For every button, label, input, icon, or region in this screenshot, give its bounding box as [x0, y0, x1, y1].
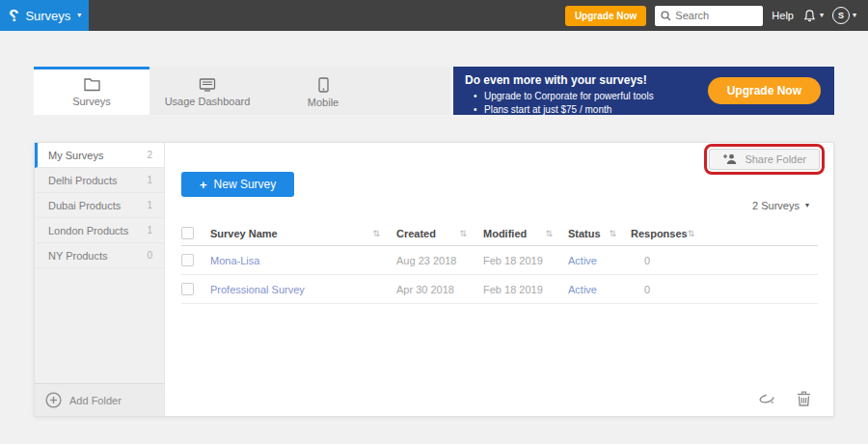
sidebar-item-my-surveys[interactable]: My Surveys 2 [35, 143, 164, 168]
mobile-icon [318, 77, 329, 93]
plus-circle-icon [45, 392, 62, 408]
responses-count: 0 [631, 255, 650, 266]
avatar: S [832, 7, 850, 24]
sidebar-item-delhi-products[interactable]: Delhi Products 1 [35, 168, 164, 193]
table-header-row: Survey Name ⇅ Created ⇅ Modified ⇅ Statu… [181, 221, 818, 246]
status-badge[interactable]: Active [568, 284, 597, 295]
sidebar-item-ny-products[interactable]: NY Products 0 [35, 243, 164, 268]
share-folder-button[interactable]: Share Folder [709, 149, 820, 170]
sort-icon[interactable]: ⇅ [609, 229, 623, 238]
tab-surveys[interactable]: Surveys [34, 67, 149, 115]
share-person-icon [722, 153, 738, 165]
new-survey-button[interactable]: + New Survey [181, 172, 294, 197]
chevron-down-icon: ▾ [820, 12, 824, 19]
folder-name: London Products [48, 225, 128, 236]
survey-name-link[interactable]: Professional Survey [210, 284, 305, 295]
product-menu-label: Surveys [25, 9, 70, 23]
banner-bullet: Plans start at just $75 / month [465, 103, 823, 117]
sidebar-item-dubai-products[interactable]: Dubai Products 1 [35, 193, 164, 218]
surveys-table: Survey Name ⇅ Created ⇅ Modified ⇅ Statu… [181, 221, 818, 304]
status-badge[interactable]: Active [568, 255, 597, 266]
chevron-down-icon: ▾ [77, 12, 81, 19]
top-bar-right: Upgrade Now Help ▾ S ▾ [565, 6, 868, 26]
header-survey-name: Survey Name [210, 228, 278, 239]
select-all-checkbox[interactable] [181, 227, 194, 239]
sidebar-item-london-products[interactable]: London Products 1 [35, 218, 164, 243]
account-menu[interactable]: S ▾ [832, 7, 856, 24]
promo-banner: Do even more with your surveys! Upgrade … [453, 67, 834, 115]
help-link[interactable]: Help [772, 10, 794, 21]
folder-name: NY Products [48, 250, 108, 262]
survey-count-label: 2 Surveys [752, 200, 800, 211]
table-row: Mona-Lisa Aug 23 2018 Feb 18 2019 Active… [181, 246, 818, 275]
add-folder-button[interactable]: Add Folder [35, 383, 164, 416]
new-survey-label: New Survey [214, 178, 277, 191]
sort-icon[interactable]: ⇅ [545, 229, 559, 238]
restore-icon[interactable] [758, 393, 775, 404]
tab-mobile[interactable]: Mobile [265, 67, 381, 115]
row-checkbox[interactable] [181, 254, 194, 266]
survey-count-dropdown[interactable]: 2 Surveys ▾ [752, 200, 809, 211]
folder-icon [84, 78, 100, 92]
sort-icon[interactable]: ⇅ [459, 229, 474, 238]
sort-icon[interactable]: ⇅ [688, 229, 702, 238]
folder-name: My Surveys [48, 150, 103, 161]
banner-upgrade-button[interactable]: Upgrade Now [708, 77, 821, 104]
sort-icon[interactable]: ⇅ [372, 229, 387, 238]
bell-icon [802, 9, 817, 23]
proprofs-logo-icon: ? [9, 8, 18, 24]
folder-name: Delhi Products [48, 175, 118, 186]
created-date: Aug 23 2018 [396, 255, 456, 266]
tab-label: Surveys [72, 96, 111, 107]
tab-strip: Surveys Usage Dashboard Mobile [34, 67, 450, 115]
top-bar: ? Surveys ▾ Upgrade Now Help ▾ S ▾ [0, 0, 868, 31]
folder-count: 0 [147, 250, 152, 261]
upgrade-now-button[interactable]: Upgrade Now [565, 6, 646, 26]
folder-count: 2 [147, 150, 152, 160]
folders-sidebar: My Surveys 2 Delhi Products 1 Dubai Prod… [35, 143, 165, 416]
folder-count: 1 [147, 200, 152, 210]
add-folder-label: Add Folder [69, 395, 122, 406]
notifications-menu[interactable]: ▾ [802, 9, 824, 23]
search-box [655, 6, 763, 26]
modified-date: Feb 18 2019 [483, 284, 543, 295]
trash-icon[interactable] [797, 391, 811, 406]
sidebar-spacer [35, 268, 164, 383]
folder-count: 1 [147, 175, 152, 185]
content-panel: My Surveys 2 Delhi Products 1 Dubai Prod… [34, 142, 834, 417]
survey-name-link[interactable]: Mona-Lisa [210, 255, 259, 266]
folder-count: 1 [147, 225, 152, 236]
search-input[interactable] [675, 10, 754, 21]
surveys-main: Share Folder + New Survey 2 Surveys ▾ Su… [165, 143, 833, 416]
tab-label: Mobile [308, 97, 339, 108]
share-folder-label: Share Folder [745, 153, 806, 165]
header-created: Created [396, 228, 436, 239]
modified-date: Feb 18 2019 [483, 255, 543, 266]
tab-usage-dashboard[interactable]: Usage Dashboard [149, 67, 265, 115]
plus-icon: + [200, 178, 207, 192]
row-checkbox[interactable] [181, 283, 194, 295]
highlight-annotation: Share Folder [704, 144, 825, 175]
folder-name: Dubai Products [48, 200, 121, 211]
product-switcher[interactable]: ? Surveys ▾ [0, 0, 89, 31]
header-responses: Responses [631, 228, 688, 239]
chevron-down-icon: ▾ [805, 202, 809, 209]
created-date: Apr 30 2018 [396, 284, 454, 295]
responses-count: 0 [631, 284, 650, 295]
tab-label: Usage Dashboard [165, 96, 251, 107]
header-status: Status [568, 228, 601, 239]
table-row: Professional Survey Apr 30 2018 Feb 18 2… [181, 275, 818, 304]
header-modified: Modified [483, 228, 527, 239]
table-footer-actions [758, 391, 811, 406]
chevron-down-icon: ▾ [853, 12, 856, 19]
search-icon [661, 11, 671, 21]
dashboard-icon [199, 78, 216, 92]
